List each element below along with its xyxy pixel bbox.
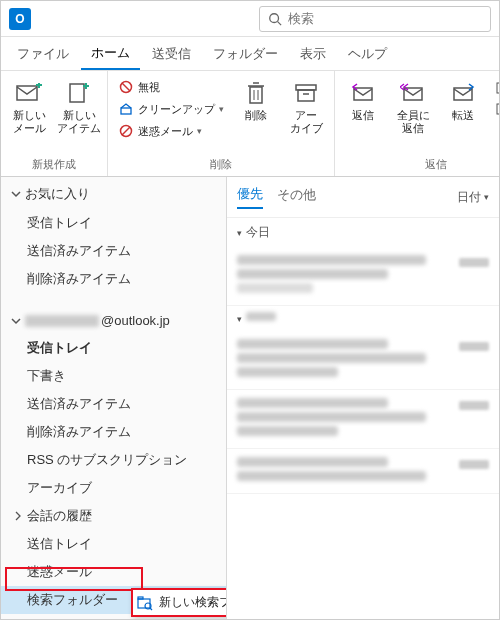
- junk-label: 迷惑メール: [138, 124, 193, 139]
- svg-line-9: [122, 83, 130, 91]
- more-respond-button[interactable]: そ: [491, 99, 500, 119]
- reply-label: 返信: [352, 109, 374, 122]
- folder-outbox[interactable]: 送信トレイ: [1, 530, 226, 558]
- mail-item[interactable]: [227, 449, 499, 494]
- cleanup-icon: [118, 101, 134, 117]
- chevron-down-icon: [11, 189, 21, 199]
- forward-label: 転送: [452, 109, 474, 122]
- chevron-right-icon: [13, 511, 23, 521]
- svg-rect-13: [250, 87, 262, 103]
- folder-archive[interactable]: アーカイブ: [1, 474, 226, 502]
- group-label-delete: 削除: [114, 155, 328, 174]
- context-new-search-folder[interactable]: 新しい検索フォルダー(S)...: [159, 594, 227, 611]
- tab-sendrecv[interactable]: 送受信: [142, 39, 201, 69]
- svg-line-29: [150, 608, 152, 610]
- ignore-button[interactable]: 無視: [114, 77, 228, 97]
- folder-rss[interactable]: RSS のサブスクリプション: [1, 446, 226, 474]
- cleanup-button[interactable]: クリーンアップ▾: [114, 99, 228, 119]
- favorites-label: お気に入り: [25, 185, 90, 203]
- meeting-button[interactable]: 会: [491, 77, 500, 97]
- svg-line-12: [122, 127, 130, 135]
- conv-history-label: 会話の履歴: [27, 507, 92, 525]
- svg-rect-2: [17, 86, 37, 100]
- meeting-icon: [495, 79, 500, 95]
- chevron-down-icon: ▾: [237, 228, 242, 238]
- archive-label: アー カイブ: [290, 109, 323, 135]
- ribbon-group-delete: 無視 クリーンアップ▾ 迷惑メール▾ 削除 アー カイブ 削除: [108, 71, 335, 176]
- reply-all-button[interactable]: 全員に 返信: [391, 75, 435, 135]
- folder-sent[interactable]: 送信済みアイテム: [1, 390, 226, 418]
- folder-junk[interactable]: 迷惑メール: [1, 558, 226, 586]
- group-header[interactable]: ▾: [227, 306, 499, 331]
- content-area: お気に入り 受信トレイ 送信済みアイテム 削除済みアイテム @outlook.j…: [1, 177, 499, 620]
- group-label-new: 新規作成: [7, 155, 101, 174]
- context-menu: 新しい検索フォルダー(S)...: [131, 588, 227, 617]
- ribbon: 新しい メール 新しい アイテム 新規作成 無視 クリーンアップ▾ 迷惑メール▾…: [1, 71, 499, 177]
- folder-sidebar: お気に入り 受信トレイ 送信済みアイテム 削除済みアイテム @outlook.j…: [1, 177, 227, 620]
- account-name-blurred: [25, 315, 99, 327]
- new-mail-icon: [15, 79, 43, 107]
- junk-icon: [118, 123, 134, 139]
- ignore-icon: [118, 79, 134, 95]
- tab-focused[interactable]: 優先: [237, 185, 263, 209]
- favorites-header[interactable]: お気に入り: [1, 177, 226, 209]
- delete-button[interactable]: 削除: [234, 75, 278, 122]
- search-box[interactable]: [259, 6, 491, 32]
- mail-item[interactable]: [227, 331, 499, 390]
- chevron-down-icon: ▾: [219, 104, 224, 114]
- folder-deleted[interactable]: 削除済みアイテム: [1, 418, 226, 446]
- tab-folder[interactable]: フォルダー: [203, 39, 288, 69]
- menu-bar: ファイル ホーム 送受信 フォルダー 表示 ヘルプ: [1, 37, 499, 71]
- tab-view[interactable]: 表示: [290, 39, 336, 69]
- folder-drafts[interactable]: 下書き: [1, 362, 226, 390]
- more-icon: [495, 101, 500, 117]
- tab-file[interactable]: ファイル: [7, 39, 79, 69]
- reply-button[interactable]: 返信: [341, 75, 385, 122]
- tab-help[interactable]: ヘルプ: [338, 39, 397, 69]
- tab-home[interactable]: ホーム: [81, 38, 140, 70]
- ribbon-group-new: 新しい メール 新しい アイテム 新規作成: [1, 71, 108, 176]
- account-header[interactable]: @outlook.jp: [1, 305, 226, 334]
- ribbon-group-respond: 返信 全員に 返信 転送 会 そ 返信: [335, 71, 500, 176]
- svg-rect-5: [70, 84, 84, 102]
- new-mail-button[interactable]: 新しい メール: [7, 75, 51, 135]
- sort-button[interactable]: 日付▾: [457, 189, 489, 206]
- mail-list-header: 優先 その他 日付▾: [227, 177, 499, 218]
- cleanup-label: クリーンアップ: [138, 102, 215, 117]
- archive-icon: [292, 79, 320, 107]
- new-mail-label: 新しい メール: [13, 109, 46, 135]
- folder-inbox[interactable]: 受信トレイ: [1, 334, 226, 362]
- outlook-app-icon: O: [9, 8, 31, 30]
- mail-item[interactable]: [227, 247, 499, 306]
- chevron-down-icon: [11, 316, 21, 326]
- new-item-icon: [65, 79, 93, 107]
- tab-other[interactable]: その他: [277, 186, 316, 208]
- search-input[interactable]: [288, 11, 482, 26]
- fav-deleted[interactable]: 削除済みアイテム: [1, 265, 226, 293]
- trash-icon: [242, 79, 270, 107]
- folder-conv-history[interactable]: 会話の履歴: [1, 502, 226, 530]
- mail-item[interactable]: [227, 390, 499, 449]
- group-label-respond: 返信: [341, 155, 500, 174]
- svg-point-0: [270, 13, 279, 22]
- account-suffix: @outlook.jp: [101, 313, 170, 328]
- today-label: 今日: [246, 224, 270, 241]
- svg-line-1: [278, 21, 282, 25]
- reply-icon: [349, 79, 377, 107]
- junk-button[interactable]: 迷惑メール▾: [114, 121, 228, 141]
- group-today[interactable]: ▾ 今日: [227, 218, 499, 247]
- search-folder-icon: [137, 595, 153, 611]
- sort-label: 日付: [457, 189, 481, 206]
- search-icon: [268, 12, 282, 26]
- new-item-button[interactable]: 新しい アイテム: [57, 75, 101, 135]
- archive-button[interactable]: アー カイブ: [284, 75, 328, 135]
- fav-sent[interactable]: 送信済みアイテム: [1, 237, 226, 265]
- svg-rect-27: [138, 597, 143, 599]
- title-bar: O: [1, 1, 499, 37]
- svg-rect-10: [121, 108, 131, 114]
- delete-label: 削除: [245, 109, 267, 122]
- forward-icon: [449, 79, 477, 107]
- reply-all-label: 全員に 返信: [397, 109, 430, 135]
- fav-inbox[interactable]: 受信トレイ: [1, 209, 226, 237]
- forward-button[interactable]: 転送: [441, 75, 485, 122]
